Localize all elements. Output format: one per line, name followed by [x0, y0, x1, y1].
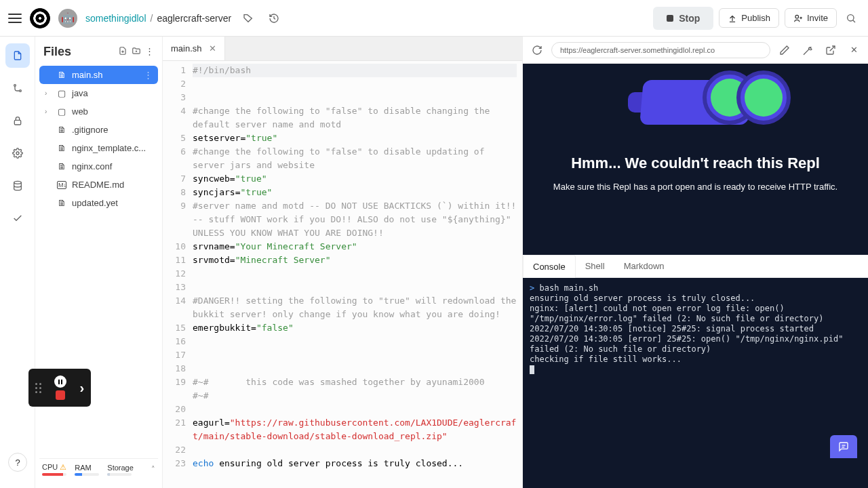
record-stop-icon[interactable] — [56, 390, 65, 400]
main: Files ⋮ 🗎main.sh⋮›▢java›▢web🗎.gitignore🗎… — [0, 37, 868, 488]
avatar[interactable]: 🤖 — [58, 9, 77, 28]
more-icon[interactable]: ⋮ — [145, 46, 154, 58]
nav-files-icon[interactable] — [5, 43, 30, 68]
files-panel: Files ⋮ 🗎main.sh⋮›▢java›▢web🗎.gitignore🗎… — [35, 37, 163, 488]
line-gutter: 1234567891011121314151617181920212223 — [163, 61, 193, 488]
hamburger-menu-icon[interactable] — [8, 14, 22, 23]
chevron-right-icon[interactable]: › — [80, 380, 85, 396]
chat-icon — [838, 441, 849, 452]
breadcrumb: somethingidlol / eaglercraft-server — [85, 13, 231, 24]
file-name: java — [72, 88, 88, 98]
preview-error-title: Hmm... We couldn't reach this Repl — [571, 155, 820, 172]
nav-settings-icon[interactable] — [5, 141, 30, 165]
file-name: README.md — [72, 180, 124, 190]
svg-rect-4 — [14, 120, 20, 125]
file-item[interactable]: 🗎.gitignore — [39, 121, 158, 139]
url-bar: ✕ — [523, 37, 868, 64]
svg-line-7 — [830, 46, 835, 51]
new-file-icon[interactable] — [118, 46, 127, 58]
upload-icon — [728, 14, 737, 23]
file-name: main.sh — [72, 70, 103, 80]
breadcrumb-repo[interactable]: eaglercraft-server — [157, 13, 231, 24]
recording-widget[interactable]: › — [28, 369, 91, 407]
replit-logo-icon[interactable] — [30, 8, 50, 28]
stop-icon — [667, 15, 673, 22]
folder-item[interactable]: ›▢java — [39, 84, 158, 102]
binoculars-icon — [608, 64, 784, 140]
search-icon[interactable] — [842, 9, 860, 27]
code-body[interactable]: #!/bin/bash #change the following to "fa… — [193, 61, 522, 488]
files-header: Files ⋮ — [39, 45, 158, 66]
storage-label: Storage — [107, 464, 134, 472]
new-folder-icon[interactable] — [132, 46, 141, 58]
user-plus-icon — [793, 14, 803, 23]
header-left: 🤖 somethingidlol / eaglercraft-server — [8, 8, 648, 28]
nav-database-icon[interactable] — [5, 174, 30, 198]
terminal-tab-console[interactable]: Console — [523, 255, 576, 278]
files-actions: ⋮ — [118, 46, 154, 58]
file-item[interactable]: M↓README.md — [39, 176, 158, 194]
publish-button[interactable]: Publish — [719, 8, 779, 28]
file-icon: 🗎 — [57, 70, 66, 80]
open-external-icon[interactable] — [822, 41, 840, 59]
svg-point-3 — [19, 90, 21, 92]
files-title: Files — [43, 45, 71, 59]
nav-check-icon[interactable] — [5, 206, 30, 230]
tab-label: main.sh — [171, 43, 202, 54]
right-panel: ✕ Hmm... We couldn't reach this Repl Mak… — [522, 37, 868, 488]
code-editor[interactable]: 1234567891011121314151617181920212223 #!… — [163, 61, 522, 488]
file-item[interactable]: 🗎updated.yet — [39, 194, 158, 212]
header: 🤖 somethingidlol / eaglercraft-server St… — [0, 0, 868, 37]
wrench-icon[interactable] — [799, 41, 816, 59]
file-name: web — [72, 106, 88, 117]
invite-button[interactable]: Invite — [785, 8, 837, 28]
invite-label: Invite — [807, 13, 828, 23]
tag-icon[interactable] — [239, 9, 257, 27]
chevron-right-icon: › — [45, 108, 52, 115]
pause-icon[interactable] — [54, 375, 66, 388]
preview-error-subtitle: Make sure this Repl has a port open and … — [553, 182, 837, 192]
close-icon[interactable]: ✕ — [209, 43, 216, 54]
chevron-up-icon[interactable]: ˄ — [151, 465, 155, 474]
stop-label: Stop — [679, 13, 700, 24]
warning-icon: ⚠ — [60, 463, 66, 471]
history-icon[interactable] — [265, 9, 283, 27]
svg-point-0 — [795, 15, 799, 18]
status-bar: CPU ⚠ RAM Storage ˄ — [39, 458, 158, 480]
terminal-tab-shell[interactable]: Shell — [576, 255, 614, 277]
nav-version-icon[interactable] — [5, 76, 30, 100]
file-icon: 🗎 — [57, 143, 66, 153]
file-name: updated.yet — [72, 198, 118, 208]
markdown-icon: M↓ — [57, 181, 66, 189]
file-item[interactable]: 🗎main.sh⋮ — [39, 66, 158, 84]
svg-point-5 — [16, 152, 19, 155]
chevron-right-icon: › — [45, 89, 52, 97]
terminal-output[interactable]: > bash main.shensuring old server proces… — [523, 278, 868, 488]
pencil-icon[interactable] — [776, 41, 793, 59]
url-input[interactable] — [551, 42, 770, 58]
file-item[interactable]: 🗎nginx_template.c... — [39, 139, 158, 157]
stop-button[interactable]: Stop — [653, 7, 713, 30]
reload-icon[interactable] — [528, 41, 546, 59]
svg-point-2 — [14, 85, 16, 87]
chat-button[interactable] — [830, 435, 857, 458]
file-icon: 🗎 — [57, 198, 66, 208]
help-button[interactable]: ? — [8, 453, 27, 472]
ram-meter: RAM — [75, 464, 99, 476]
close-icon[interactable]: ✕ — [845, 41, 863, 59]
file-icon: 🗎 — [57, 125, 66, 135]
header-right: Publish Invite — [719, 8, 860, 28]
more-icon[interactable]: ⋮ — [144, 70, 153, 80]
sidenav — [0, 37, 35, 488]
drag-handle-icon[interactable] — [35, 383, 41, 393]
file-item[interactable]: 🗎nginx.conf — [39, 157, 158, 176]
breadcrumb-user[interactable]: somethingidlol — [85, 13, 146, 24]
cpu-meter: CPU ⚠ — [42, 463, 66, 476]
folder-item[interactable]: ›▢web — [39, 102, 158, 121]
file-name: nginx.conf — [72, 161, 112, 171]
terminal-tab-markdown[interactable]: Markdown — [614, 255, 674, 277]
file-icon: 🗎 — [57, 161, 66, 171]
nav-lock-icon[interactable] — [5, 108, 30, 133]
editor-tabs: main.sh ✕ — [163, 37, 522, 61]
editor-tab[interactable]: main.sh ✕ — [163, 37, 225, 60]
